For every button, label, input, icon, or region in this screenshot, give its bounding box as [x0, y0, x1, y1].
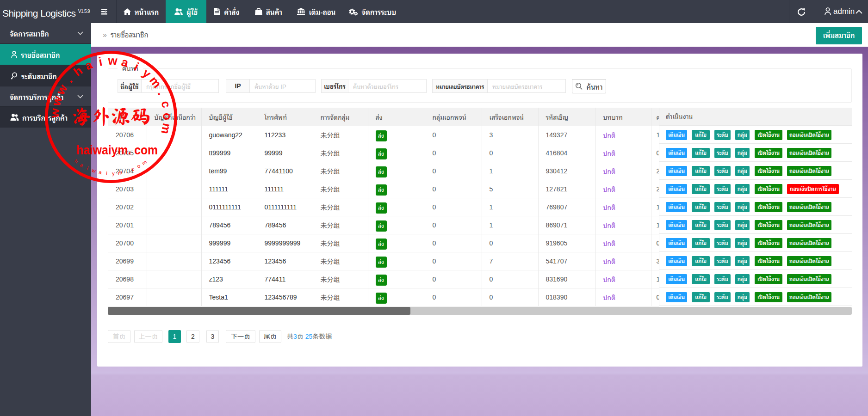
svg-text:a: a — [98, 169, 102, 175]
svg-text:i: i — [106, 171, 107, 176]
svg-text:a: a — [83, 57, 95, 73]
svg-text:h: h — [74, 158, 79, 164]
svg-text:w: w — [49, 94, 65, 108]
svg-text:i: i — [132, 60, 141, 73]
svg-text:.: . — [125, 168, 128, 174]
svg-text:o: o — [161, 113, 174, 120]
svg-text:m: m — [158, 122, 174, 135]
svg-text:c: c — [159, 99, 174, 109]
svg-text:w: w — [91, 167, 97, 174]
svg-text:i: i — [86, 165, 89, 171]
svg-text:海外源码: 海外源码 — [72, 106, 150, 126]
svg-text:m: m — [141, 159, 148, 166]
svg-text:c: c — [130, 166, 135, 172]
svg-text:a: a — [120, 55, 130, 70]
svg-text:m: m — [118, 170, 123, 176]
svg-text:w: w — [107, 54, 118, 68]
svg-text:i: i — [98, 55, 104, 69]
svg-text:.: . — [155, 88, 169, 97]
svg-text:w: w — [48, 108, 62, 119]
svg-text:a: a — [79, 162, 85, 168]
svg-text:haiwaiym. com: haiwaiym. com — [76, 143, 158, 157]
svg-text:y: y — [112, 171, 115, 176]
svg-text:h: h — [71, 63, 85, 79]
svg-text:.: . — [62, 73, 75, 85]
svg-text:o: o — [136, 163, 141, 170]
